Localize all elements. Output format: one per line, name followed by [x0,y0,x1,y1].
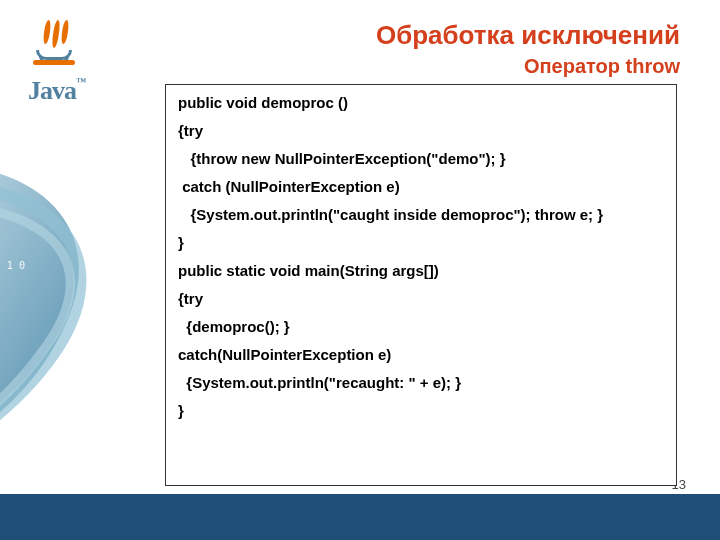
code-line: {System.out.println("recaught: " + e); } [178,375,664,390]
code-line: catch (NullPointerException e) [178,179,664,194]
java-cup-icon [36,20,76,70]
code-line: {throw new NullPointerException("demo");… [178,151,664,166]
svg-text:0 1 1 0 1 0: 0 1 1 0 1 0 [0,259,25,271]
code-line: {System.out.println("caught inside demop… [178,207,664,222]
slide-subtitle: Оператор throw [376,55,680,78]
slide-title-block: Обработка исключений Оператор throw [376,20,680,78]
code-block: public void demoproc () {try {throw new … [165,84,677,486]
slide-title: Обработка исключений [376,20,680,51]
java-logo: Java™ [28,20,148,110]
java-logo-text: Java™ [28,76,148,106]
code-line: {try [178,123,664,138]
code-line: catch(NullPointerException e) [178,347,664,362]
code-line: {try [178,291,664,306]
code-line: public static void main(String args[]) [178,263,664,278]
footer-bar [0,494,720,540]
code-line: public void demoproc () [178,95,664,110]
code-line: {demoproc(); } [178,319,664,334]
code-line: } [178,235,664,250]
code-line: } [178,403,664,418]
